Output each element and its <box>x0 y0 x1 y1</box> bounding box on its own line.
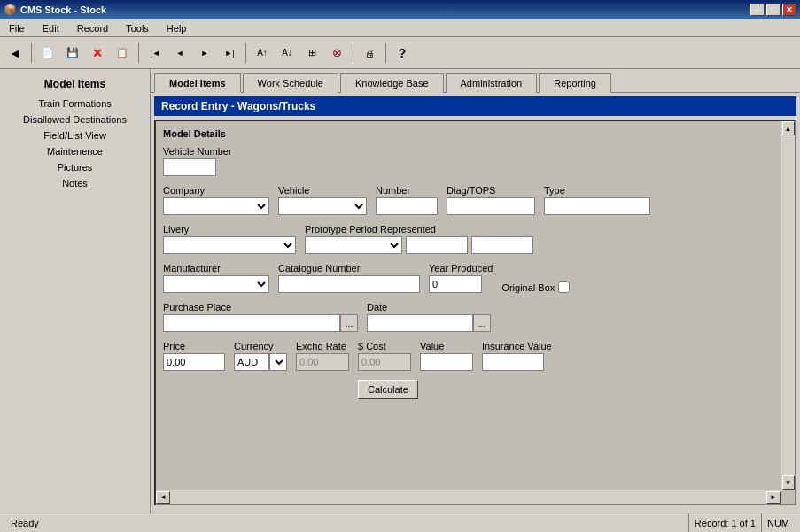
catalogue-number-input[interactable] <box>278 275 420 293</box>
sidebar-header: Model Items <box>0 73 150 96</box>
print-button[interactable]: 📋 <box>111 42 134 65</box>
sort-desc-button[interactable]: A↓ <box>276 42 299 65</box>
menu-help[interactable]: Help <box>161 21 192 35</box>
date-wrapper: ... <box>367 314 491 332</box>
menu-record[interactable]: Record <box>72 21 113 35</box>
cost-input[interactable] <box>358 353 411 371</box>
prototype-period-input-3[interactable] <box>471 236 533 254</box>
exchg-rate-label: Exchg Rate <box>296 341 349 351</box>
separator-4 <box>353 43 353 63</box>
prototype-period-select[interactable] <box>305 236 402 254</box>
calculate-button[interactable]: Calculate <box>358 380 418 399</box>
manufacturer-label: Manufacturer <box>163 263 269 274</box>
purchase-place-input[interactable] <box>163 314 340 332</box>
sort-asc-button[interactable]: A↑ <box>251 42 274 65</box>
date-col: Date ... <box>367 302 491 332</box>
tab-knowledge-base[interactable]: Knowledge Base <box>340 73 444 93</box>
price-col: Price <box>163 341 225 371</box>
tab-administration[interactable]: Administration <box>446 73 538 93</box>
app-icon: 📦 <box>4 4 17 16</box>
catalogue-number-label: Catalogue Number <box>278 263 420 274</box>
company-select[interactable] <box>163 197 269 215</box>
sidebar-item-notes[interactable]: Notes <box>0 175 150 191</box>
print2-button[interactable]: 🖨 <box>358 42 381 65</box>
prototype-period-col: Prototype Period Represented <box>305 224 533 254</box>
sidebar-item-pictures[interactable]: Pictures <box>0 159 150 175</box>
value-col: Value <box>420 341 473 371</box>
type-col: Type <box>544 185 650 215</box>
prototype-period-input-2[interactable] <box>406 236 468 254</box>
new-button[interactable]: 📄 <box>36 42 59 65</box>
scroll-right-button[interactable]: ► <box>766 491 781 504</box>
menu-tools[interactable]: Tools <box>120 21 154 35</box>
content-area: Model Items Work Schedule Knowledge Base… <box>151 69 800 513</box>
clear-button[interactable]: ⊗ <box>325 42 348 65</box>
sidebar-item-maintenence[interactable]: Maintenence <box>0 143 150 159</box>
number-input[interactable] <box>376 197 438 215</box>
horizontal-scrollbar[interactable]: ◄ ► <box>156 490 781 504</box>
manufacturer-select[interactable] <box>163 275 269 293</box>
maximize-button[interactable]: □ <box>766 4 781 16</box>
year-produced-input[interactable] <box>429 275 482 293</box>
price-input[interactable] <box>163 353 225 371</box>
filter-button[interactable]: ⊞ <box>300 42 323 65</box>
original-box-checkbox[interactable] <box>558 281 570 293</box>
first-button[interactable]: |◄ <box>144 42 167 65</box>
livery-col: Livery <box>163 224 296 254</box>
cost-label: $ Cost <box>358 341 411 351</box>
last-button[interactable]: ►| <box>218 42 241 65</box>
separator-1 <box>31 43 32 63</box>
value-input[interactable] <box>420 353 473 371</box>
currency-input[interactable] <box>234 353 269 371</box>
vehicle-number-input[interactable] <box>163 158 216 176</box>
sidebar-item-train-formations[interactable]: Train Formations <box>0 96 150 112</box>
date-input[interactable] <box>367 314 473 332</box>
next-button[interactable]: ► <box>193 42 216 65</box>
price-label: Price <box>163 341 225 351</box>
menu-edit[interactable]: Edit <box>37 21 65 35</box>
calculate-row: Calculate <box>358 380 777 399</box>
sidebar-item-disallowed-destinations[interactable]: Disallowed Destinations <box>0 112 150 127</box>
currency-wrapper: ▼ <box>234 353 287 371</box>
sidebar: Model Items Train Formations Disallowed … <box>0 69 151 513</box>
purchase-place-browse-button[interactable]: ... <box>340 314 358 332</box>
company-label: Company <box>163 185 269 196</box>
insurance-value-input[interactable] <box>482 353 544 371</box>
exchg-rate-input[interactable] <box>296 353 349 371</box>
close-button[interactable]: ✕ <box>782 4 796 16</box>
inner-form: Model Details Vehicle Number Company <box>156 121 795 504</box>
menu-file[interactable]: File <box>4 21 30 35</box>
exchg-rate-col: Exchg Rate <box>296 341 349 371</box>
diag-tops-input[interactable] <box>447 197 535 215</box>
sidebar-item-field-list-view[interactable]: Field/List View <box>0 127 150 143</box>
date-browse-button[interactable]: ... <box>473 314 491 332</box>
minimize-button[interactable]: ─ <box>750 4 765 16</box>
value-label: Value <box>420 341 473 351</box>
prototype-period-inputs <box>305 236 533 254</box>
prev-button[interactable]: ◄ <box>168 42 191 65</box>
insurance-value-col: Insurance Value <box>482 341 552 371</box>
status-record: Record: 1 of 1 <box>689 513 762 532</box>
main-layout: Model Items Train Formations Disallowed … <box>0 69 800 513</box>
delete-button[interactable]: ✕ <box>86 42 109 65</box>
help-button[interactable]: ? <box>391 42 414 65</box>
separator-5 <box>385 43 386 63</box>
company-row: Company Vehicle Number <box>163 185 777 215</box>
tab-work-schedule[interactable]: Work Schedule <box>243 73 338 93</box>
scroll-up-button[interactable]: ▲ <box>782 121 795 135</box>
insurance-value-label: Insurance Value <box>482 341 552 351</box>
livery-select[interactable] <box>163 236 296 254</box>
scroll-left-button[interactable]: ◄ <box>156 491 170 504</box>
save-button[interactable]: 💾 <box>61 42 84 65</box>
tab-reporting[interactable]: Reporting <box>539 73 611 93</box>
scroll-down-button[interactable]: ▼ <box>782 475 795 490</box>
back-button[interactable]: ◄ <box>4 42 27 65</box>
tab-model-items[interactable]: Model Items <box>154 73 241 93</box>
currency-select[interactable]: ▼ <box>269 353 287 371</box>
status-record-text: Record: 1 of 1 <box>695 518 756 528</box>
vertical-scrollbar[interactable]: ▲ ▼ <box>781 121 795 490</box>
type-input[interactable] <box>544 197 650 215</box>
company-col: Company <box>163 185 269 215</box>
number-label: Number <box>376 185 438 196</box>
vehicle-select[interactable] <box>278 197 367 215</box>
